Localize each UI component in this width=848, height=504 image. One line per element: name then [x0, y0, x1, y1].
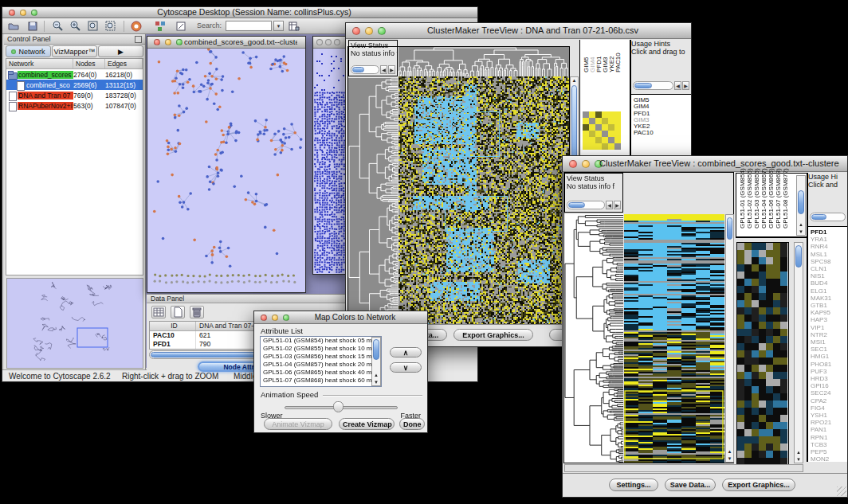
scroll-up-icon[interactable]: ▲: [797, 221, 805, 228]
gene-label[interactable]: HRD3: [811, 375, 847, 382]
column-label[interactable]: GPL51-02 (GSM855): [745, 175, 752, 236]
gene-label[interactable]: HAP3: [811, 316, 847, 323]
vizmap-icon[interactable]: [154, 20, 167, 33]
new-document-icon[interactable]: [171, 306, 185, 318]
table-row[interactable]: RNAPuberNov2+I 563(0) 107847(0): [6, 100, 143, 111]
zoom-in-icon[interactable]: [69, 20, 82, 33]
scroll-left-icon[interactable]: ◀: [606, 201, 613, 209]
scroll-up-icon[interactable]: ▲: [795, 449, 803, 455]
gene-label[interactable]: SEC24: [811, 389, 847, 397]
gene-label[interactable]: KAP95: [811, 309, 847, 316]
gene-label[interactable]: GPI16: [811, 382, 847, 389]
network-canvas[interactable]: [147, 49, 305, 292]
titlebar[interactable]: Cytoscape Desktop (Session Name: collins…: [2, 7, 477, 18]
background-network-window[interactable]: [312, 36, 346, 275]
gene-label[interactable]: BUD4: [811, 279, 847, 287]
table-row[interactable]: combined_sco 2569(6) 13112(15): [6, 80, 143, 90]
help-lifesaver-icon[interactable]: [130, 20, 143, 33]
network-table-header[interactable]: Network Nodes Edges: [6, 59, 143, 69]
scroll-right-icon[interactable]: ▶: [388, 65, 395, 74]
gene-label[interactable]: RNR4: [811, 243, 847, 250]
gene-label[interactable]: GIM3: [634, 117, 691, 123]
titlebar[interactable]: [313, 37, 345, 49]
network-view-window[interactable]: combined_scores_good.txt--cluste...: [147, 36, 306, 293]
gene-label[interactable]: FIG4: [811, 404, 847, 412]
table-row[interactable]: combined_scores 2764(0) 16218(0): [6, 69, 143, 80]
scrollbar-thumb[interactable]: [634, 83, 652, 88]
heatmap[interactable]: [624, 214, 724, 463]
list-scrollbar[interactable]: ▲ ▼: [371, 337, 381, 386]
column-label[interactable]: GPL51-07 (GSM868): [774, 175, 781, 236]
trash-icon[interactable]: [190, 306, 204, 318]
minimize-icon[interactable]: [365, 27, 373, 35]
dialog-button[interactable]: Done: [399, 418, 425, 430]
save-icon[interactable]: [26, 20, 39, 33]
gene-label[interactable]: PAN1: [811, 426, 847, 433]
maximize-icon[interactable]: [283, 315, 289, 321]
column-header[interactable]: Network: [6, 59, 73, 68]
move-down-button[interactable]: ∨: [390, 362, 422, 373]
mini-scrollbar[interactable]: ◀ ▶: [567, 201, 621, 209]
scroll-left-icon[interactable]: ◀: [380, 65, 387, 74]
attribute-item[interactable]: GPL51-06 (GSM865) heat shock 40 min: [261, 369, 381, 377]
gene-label[interactable]: YSH1: [811, 412, 847, 419]
scroll-right-icon[interactable]: ▶: [614, 201, 621, 209]
tab[interactable]: Network: [6, 45, 51, 57]
attribute-item[interactable]: GPL51-04 (GSM857) heat shock 20 min: [261, 361, 381, 369]
gene-label[interactable]: YKE2: [634, 123, 691, 130]
minimize-icon[interactable]: [582, 160, 590, 168]
scrollbar-track[interactable]: [633, 81, 673, 90]
gene-label[interactable]: PFD1: [811, 229, 847, 236]
attribute-item[interactable]: GPL51-07 (GSM868) heat shock 60 min: [261, 377, 381, 385]
column-header[interactable]: Nodes: [73, 59, 105, 68]
column-label[interactable]: GPL51-04 (GSM857): [760, 175, 767, 236]
minimize-icon[interactable]: [325, 39, 332, 45]
column-label[interactable]: GPL51-03 (GSM856): [752, 175, 760, 236]
gene-label[interactable]: CLN1: [811, 265, 847, 272]
scrollbar-track[interactable]: [567, 201, 605, 209]
close-icon[interactable]: [9, 10, 15, 16]
close-icon[interactable]: [352, 27, 360, 35]
dialog-button[interactable]: Create Vizmap: [339, 418, 395, 430]
scroll-up-icon[interactable]: ▲: [372, 372, 380, 378]
resize-grip[interactable]: [837, 486, 846, 496]
gene-label[interactable]: RPN1: [811, 434, 847, 441]
column-label[interactable]: YKE2: [607, 45, 614, 80]
titlebar[interactable]: ClusterMaker TreeView : DNA and Tran 07-…: [346, 23, 691, 39]
horizontal-scrollbar[interactable]: [564, 464, 803, 472]
gene-label[interactable]: SPC98: [811, 258, 847, 265]
attribute-item[interactable]: GPL51-03 (GSM856) heat shock 15 min: [261, 353, 381, 361]
vertical-scrollbar[interactable]: ▲ ▼: [725, 214, 734, 463]
scrollbar-thumb[interactable]: [811, 214, 826, 220]
zoom-heatmap[interactable]: [736, 242, 789, 465]
action-button[interactable]: Save Data...: [665, 479, 716, 491]
column-header[interactable]: ID: [150, 322, 196, 330]
network-overview[interactable]: [6, 278, 143, 369]
zoom-selected-icon[interactable]: [104, 20, 117, 33]
gene-label[interactable]: MON2: [811, 455, 847, 463]
gene-label[interactable]: NIS1: [811, 272, 847, 279]
close-icon[interactable]: [154, 39, 160, 45]
gene-label[interactable]: CPA2: [811, 397, 847, 404]
mini-scrollbar[interactable]: ◀ ▶: [633, 81, 689, 90]
gene-label[interactable]: ELG1: [811, 287, 847, 295]
gene-label[interactable]: RPO21: [811, 419, 847, 426]
gene-label[interactable]: YRA1: [811, 236, 847, 243]
zoom-out-icon[interactable]: [52, 20, 65, 33]
float-panel-icon[interactable]: [135, 36, 142, 43]
gene-label[interactable]: GIM5: [634, 97, 691, 104]
scrollbar-thumb[interactable]: [568, 202, 585, 208]
action-button[interactable]: Export Graphics...: [722, 479, 795, 491]
scroll-down-icon[interactable]: ▼: [372, 379, 380, 385]
gene-label[interactable]: MSL1: [811, 251, 847, 258]
titlebar[interactable]: Map Colors to Network: [254, 311, 427, 324]
scroll-up-icon[interactable]: ▲: [571, 77, 578, 84]
mini-scrollbar[interactable]: ◀ ▶: [351, 65, 395, 74]
row-dendrogram[interactable]: [348, 78, 398, 325]
import-table-icon[interactable]: [288, 20, 300, 33]
move-up-button[interactable]: ∧: [390, 347, 422, 357]
speed-slider-thumb[interactable]: [333, 401, 344, 412]
gene-label[interactable]: VIP1: [811, 324, 847, 331]
maximize-icon[interactable]: [31, 10, 37, 16]
table-grid-icon[interactable]: [151, 306, 166, 318]
